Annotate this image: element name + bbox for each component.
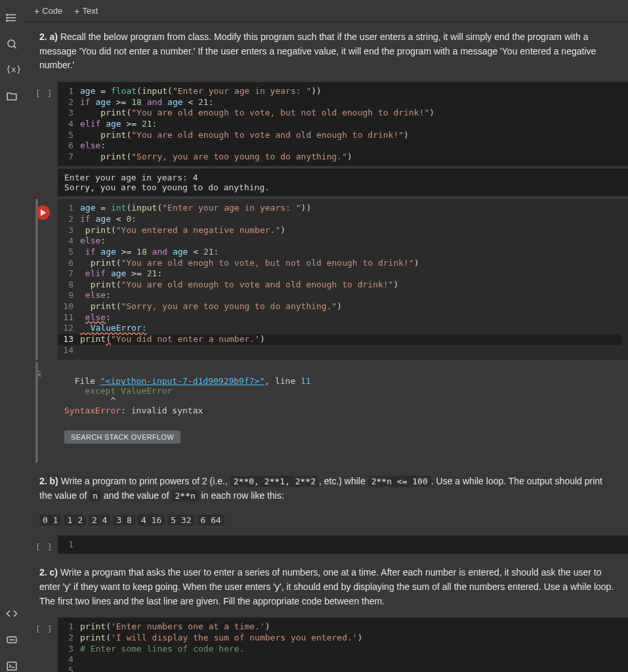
q2a-text: Recall the below program from class. Mod… bbox=[39, 32, 596, 70]
output-icon[interactable]: ⎘ bbox=[35, 369, 41, 379]
text-cell-2a: 2. a) Recall the below program from clas… bbox=[24, 30, 628, 82]
add-text-button[interactable]: +Text bbox=[72, 5, 100, 18]
q2a-label: 2. a) bbox=[39, 32, 58, 42]
command-palette-icon[interactable] bbox=[6, 634, 18, 646]
cell-gutter: [ ] bbox=[24, 82, 58, 166]
variables-icon[interactable]: {x} bbox=[6, 64, 18, 76]
svg-point-4 bbox=[7, 17, 8, 18]
code-editor[interactable]: 1age = float(input("Enter your age in ye… bbox=[58, 82, 628, 166]
add-text-label: Text bbox=[82, 6, 98, 16]
run-button[interactable] bbox=[35, 205, 50, 220]
files-icon[interactable] bbox=[6, 91, 18, 102]
code-snippet-icon[interactable] bbox=[6, 608, 18, 620]
exec-count: [ ] bbox=[35, 624, 52, 634]
notebook-content: 2. a) Recall the below program from clas… bbox=[24, 22, 628, 672]
cell-gutter bbox=[24, 199, 58, 360]
error-file-link[interactable]: "<ipython-input-7-d1d90929b9f7>" bbox=[100, 376, 264, 386]
search-icon[interactable] bbox=[6, 38, 18, 50]
q2b-label: 2. b) bbox=[39, 476, 58, 486]
add-code-button[interactable]: +Code bbox=[31, 5, 65, 18]
svg-point-5 bbox=[7, 20, 8, 22]
text-cell-2b: 2. b) Write a program to print powers of… bbox=[24, 465, 628, 512]
svg-line-7 bbox=[14, 46, 16, 48]
svg-marker-12 bbox=[41, 209, 46, 216]
svg-point-3 bbox=[7, 14, 8, 16]
toc-icon[interactable] bbox=[6, 12, 18, 24]
code-cell-2[interactable]: 1age = int(input("Enter your age in year… bbox=[24, 199, 628, 360]
output-text: Enter your age in years: 4 Sorry, you ar… bbox=[58, 169, 628, 196]
left-rail: {x} bbox=[0, 0, 24, 672]
code-cell-2-output: ⎘ File "<ipython-input-7-d1d90929b9f7>",… bbox=[24, 362, 628, 463]
code-editor[interactable]: 1age = int(input("Enter your age in year… bbox=[58, 199, 628, 360]
terminal-icon[interactable] bbox=[6, 660, 18, 672]
text-cell-2c: 2. c) Write a program that asks the user… bbox=[24, 556, 628, 618]
svg-rect-10 bbox=[7, 662, 16, 670]
q2c-label: 2. c) bbox=[39, 567, 58, 578]
error-output: File "<ipython-input-7-d1d90929b9f7>", l… bbox=[58, 362, 628, 463]
main-area: +Code +Text 2. a) Recall the below progr… bbox=[24, 0, 628, 672]
exec-count: [ ] bbox=[35, 542, 52, 552]
search-stackoverflow-button[interactable]: SEARCH STACK OVERFLOW bbox=[64, 430, 180, 444]
code-editor[interactable]: 1print('Enter numbers one at a time.') 2… bbox=[58, 618, 628, 672]
toolbar: +Code +Text bbox=[24, 0, 628, 22]
q2b-example-output: 0 11 22 43 84 165 326 64 bbox=[24, 513, 628, 536]
code-editor[interactable]: 1 bbox=[58, 536, 628, 555]
add-code-label: Code bbox=[42, 6, 62, 16]
code-cell-1[interactable]: [ ] 1age = float(input("Enter your age i… bbox=[24, 82, 628, 166]
svg-point-6 bbox=[8, 40, 15, 47]
code-cell-1-output: Enter your age in years: 4 Sorry, you ar… bbox=[24, 169, 628, 196]
code-cell-4[interactable]: [ ] 1print('Enter numbers one at a time.… bbox=[24, 618, 628, 672]
code-cell-3[interactable]: [ ] 1 bbox=[24, 536, 628, 555]
exec-count: [ ] bbox=[35, 89, 52, 98]
